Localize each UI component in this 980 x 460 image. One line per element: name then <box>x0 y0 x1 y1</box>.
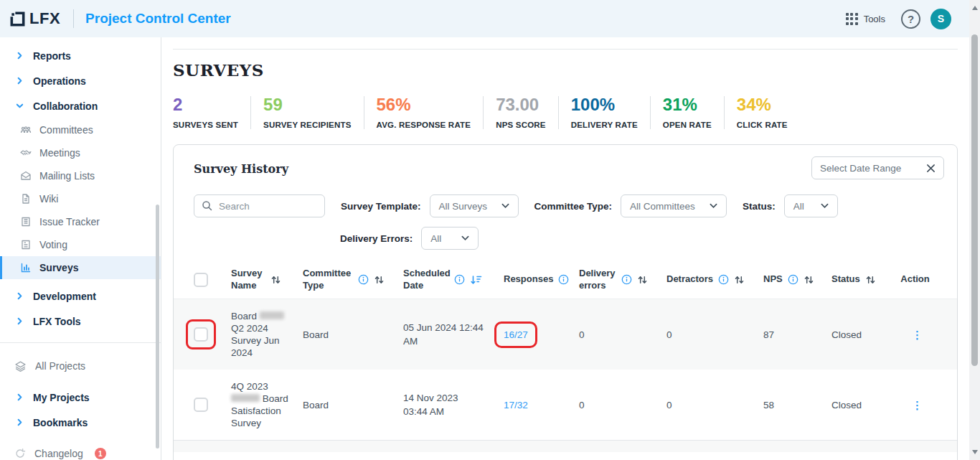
sidebar-item-meetings[interactable]: Meetings <box>0 141 161 164</box>
stat-label: AVG. RESPONSE RATE <box>377 121 471 129</box>
info-icon[interactable] <box>788 274 798 285</box>
sort-icon[interactable] <box>865 275 876 285</box>
stat-value: 100% <box>571 96 638 113</box>
committee-type-cell: Board <box>303 329 403 340</box>
sidebar-item-label: Changelog <box>34 448 83 459</box>
vertical-scrollbar[interactable] <box>969 0 980 460</box>
filter-label-delivery-errors: Delivery Errors: <box>340 233 413 244</box>
info-icon[interactable] <box>558 274 569 285</box>
sort-icon[interactable] <box>637 275 648 285</box>
scrollbar-up-arrow[interactable] <box>972 6 978 10</box>
sidebar-item-development[interactable]: Development <box>0 283 161 309</box>
sort-icon[interactable] <box>270 275 281 285</box>
col-label: Delivery errors <box>579 268 616 291</box>
sidebar: Reports Operations Collaboration Committ… <box>0 37 161 460</box>
sidebar-item-reports[interactable]: Reports <box>0 43 161 68</box>
sidebar-item-all-projects[interactable]: All Projects <box>0 352 161 380</box>
committee-type-cell: Board <box>303 400 403 410</box>
sidebar-item-label: Surveys <box>39 262 78 273</box>
col-delivery-errors[interactable]: Delivery errors <box>579 268 666 291</box>
clear-icon[interactable] <box>926 164 936 173</box>
stat-value: 2 <box>173 96 238 113</box>
col-detractors[interactable]: Detractors <box>666 273 763 285</box>
date-range-input[interactable]: Select Date Range <box>811 156 944 179</box>
survey-template-select[interactable]: All Surveys <box>430 194 519 217</box>
sidebar-item-label: My Projects <box>33 392 90 403</box>
sort-icon[interactable] <box>374 275 385 285</box>
chevron-down-icon <box>821 203 829 209</box>
info-icon[interactable] <box>621 274 632 285</box>
search-input[interactable] <box>219 201 312 212</box>
sidebar-item-wiki[interactable]: Wiki <box>0 187 161 210</box>
scrollbar-down-arrow[interactable] <box>972 450 978 454</box>
stat-label: OPEN RATE <box>663 121 712 129</box>
sidebar-item-lfx-tools[interactable]: LFX Tools <box>0 309 161 334</box>
info-icon[interactable] <box>454 274 465 285</box>
status-cell: Closed <box>831 400 896 410</box>
survey-name-text: Board <box>231 311 257 321</box>
main-content: SURVEYS 2 SURVEYS SENT 59 SURVEY RECIPIE… <box>162 37 969 460</box>
avatar[interactable]: S <box>930 9 951 29</box>
info-icon[interactable] <box>718 274 729 285</box>
scheduled-date-cell: 05 Jun 2024 12:44 AM <box>403 321 484 348</box>
col-survey-name[interactable]: Survey Name <box>231 268 303 291</box>
sidebar-item-surveys[interactable]: Surveys <box>0 256 161 279</box>
row-checkbox[interactable] <box>194 398 208 412</box>
row-checkbox[interactable] <box>194 327 208 342</box>
sort-icon[interactable] <box>804 275 814 285</box>
sidebar-item-my-projects[interactable]: My Projects <box>0 385 161 410</box>
col-responses[interactable]: Responses <box>504 273 579 285</box>
delivery-errors-cell: 0 <box>579 329 666 340</box>
sidebar-item-collaboration[interactable]: Collaboration <box>0 93 161 118</box>
col-committee-type[interactable]: Committee Type <box>303 268 403 291</box>
stat-label: NPS SCORE <box>496 121 546 129</box>
tools-label[interactable]: Tools <box>864 14 885 24</box>
sidebar-item-label: All Projects <box>35 360 85 372</box>
apps-grid-icon[interactable] <box>846 13 858 25</box>
help-icon[interactable]: ? <box>901 9 920 29</box>
sidebar-scrollbar-thumb[interactable] <box>156 205 159 449</box>
sidebar-item-voting[interactable]: Voting <box>0 233 161 256</box>
col-nps[interactable]: NPS <box>763 273 831 285</box>
refresh-icon <box>14 448 26 459</box>
search-box[interactable] <box>194 194 325 217</box>
survey-name: 4Q 2023 Board Satisfaction Survey <box>231 380 293 429</box>
info-icon[interactable] <box>358 274 369 285</box>
sidebar-item-changelog[interactable]: Changelog 1 <box>0 439 161 460</box>
delivery-errors-cell: 0 <box>579 400 666 410</box>
ballot-icon <box>20 239 32 250</box>
survey-name-text: 4Q 2023 <box>231 381 268 392</box>
row-actions-kebab-icon[interactable]: ⋮ <box>912 329 923 340</box>
search-icon <box>202 200 213 212</box>
col-action: Action <box>896 273 938 285</box>
sidebar-item-mailing-lists[interactable]: Mailing Lists <box>0 164 161 187</box>
list-document-icon <box>20 216 32 227</box>
chevron-right-icon <box>16 393 24 401</box>
sidebar-item-bookmarks[interactable]: Bookmarks <box>0 410 161 435</box>
col-scheduled-date[interactable]: Scheduled Date <box>403 268 504 291</box>
select-all-checkbox[interactable] <box>194 273 208 287</box>
col-label: Action <box>900 273 929 285</box>
stat-avg-response-rate: 56% AVG. RESPONSE RATE <box>364 96 484 129</box>
stats-row: 2 SURVEYS SENT 59 SURVEY RECIPIENTS 56% … <box>173 96 958 129</box>
table-header: Survey Name Committee Type Scheduled Dat… <box>174 260 957 299</box>
delivery-errors-select[interactable]: All <box>421 227 479 250</box>
sort-icon[interactable] <box>734 275 745 285</box>
topbar: LFX Project Control Center Tools ? S <box>0 0 980 37</box>
scrollbar-thumb[interactable] <box>971 34 978 366</box>
sidebar-item-label: Development <box>33 291 96 302</box>
responses-link[interactable]: 17/32 <box>504 400 528 410</box>
status-select[interactable]: All <box>784 194 838 217</box>
sidebar-item-issue-tracker[interactable]: Issue Tracker <box>0 210 161 233</box>
select-value: All Committees <box>630 201 695 212</box>
row-actions-kebab-icon[interactable]: ⋮ <box>912 400 923 410</box>
col-status[interactable]: Status <box>831 273 896 285</box>
date-range-placeholder: Select Date Range <box>820 163 901 174</box>
col-label: Responses <box>504 273 553 285</box>
stat-value: 34% <box>737 96 788 113</box>
committee-type-select[interactable]: All Committees <box>621 194 727 217</box>
sidebar-item-operations[interactable]: Operations <box>0 68 161 93</box>
sidebar-item-committees[interactable]: Committees <box>0 118 161 141</box>
sort-desc-active-icon[interactable] <box>470 275 482 285</box>
responses-link[interactable]: 16/27 <box>504 329 528 340</box>
